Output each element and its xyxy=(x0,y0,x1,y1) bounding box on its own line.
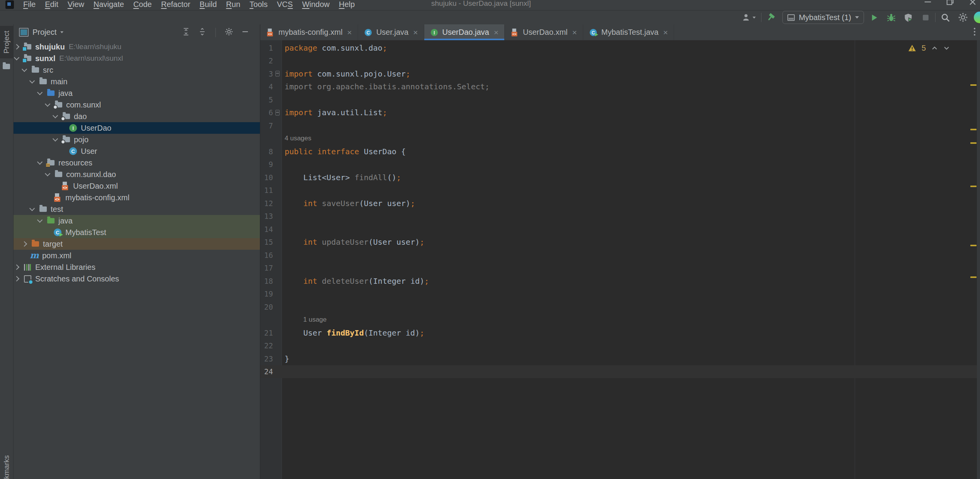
menu-bar: FileEditViewNavigateCodeRefactorBuildRun… xyxy=(0,0,980,10)
menu-item-edit[interactable]: Edit xyxy=(40,0,63,10)
warning-stripe-mark[interactable] xyxy=(970,186,977,187)
tree-item-java[interactable]: java xyxy=(14,215,260,227)
tree-item-com-sunxl[interactable]: com.sunxl xyxy=(14,99,260,111)
chevron-down-icon[interactable] xyxy=(53,113,58,118)
panel-settings-gear-icon[interactable] xyxy=(225,28,233,37)
tab-close-icon[interactable]: × xyxy=(494,28,499,36)
chevron-down-icon[interactable] xyxy=(60,31,63,33)
warning-stripe-mark[interactable] xyxy=(970,84,977,86)
ide-logo-icon[interactable] xyxy=(5,0,14,9)
maximize-icon[interactable] xyxy=(946,0,954,6)
tree-item-userdao[interactable]: UserDao xyxy=(14,122,260,134)
chevron-down-icon[interactable] xyxy=(37,217,43,223)
menu-item-help[interactable]: Help xyxy=(334,0,359,10)
tree-item-resources[interactable]: resources xyxy=(14,157,260,169)
chevron-down-icon[interactable] xyxy=(37,90,43,95)
warning-stripe-mark[interactable] xyxy=(970,276,977,278)
chevron-down-icon[interactable] xyxy=(29,78,35,84)
project-panel-title[interactable]: Project xyxy=(32,28,56,37)
tree-item-sunxl[interactable]: sunxlE:\learn\sunxl\sunxl xyxy=(14,53,260,64)
tree-item-target[interactable]: target xyxy=(14,238,260,250)
tree-item-userdao-xml[interactable]: UserDao.xml xyxy=(14,180,260,192)
project-view-icon xyxy=(19,28,29,37)
tree-item-src[interactable]: src xyxy=(14,64,260,76)
warning-stripe-mark[interactable] xyxy=(970,245,977,246)
usage-inlay-hint[interactable]: 4 usages xyxy=(260,132,969,145)
stripe-button-project[interactable]: Project xyxy=(0,26,13,58)
chevron-down-icon[interactable] xyxy=(45,101,50,107)
menu-item-tools[interactable]: Tools xyxy=(245,0,272,10)
tree-item-dao[interactable]: dao xyxy=(14,111,260,122)
tree-item-label: main xyxy=(51,77,67,86)
chevron-down-icon[interactable] xyxy=(22,66,27,72)
tab-mybatistest-java[interactable]: MybatisTest.java× xyxy=(583,24,674,40)
tree-item-main[interactable]: main xyxy=(14,76,260,87)
tree-item-mybatistest[interactable]: MybatisTest xyxy=(14,227,260,238)
tree-item-java[interactable]: java xyxy=(14,87,260,99)
profile-icon[interactable] xyxy=(742,13,756,22)
error-stripe-scrollbar[interactable] xyxy=(969,40,980,479)
fold-marker-icon[interactable] xyxy=(275,110,280,116)
expand-all-icon[interactable] xyxy=(182,28,190,37)
chevron-right-icon[interactable] xyxy=(14,276,19,281)
menu-item-run[interactable]: Run xyxy=(222,0,245,10)
menu-item-navigate[interactable]: Navigate xyxy=(89,0,129,10)
tree-item-pojo[interactable]: pojo xyxy=(14,134,260,145)
stripe-button-bookmarks[interactable]: Bookmarks xyxy=(0,450,13,479)
tree-item-scratches-and-consoles[interactable]: Scratches and Consoles xyxy=(14,273,260,285)
search-everywhere-icon[interactable] xyxy=(941,13,950,22)
line-number: 21 xyxy=(260,329,273,337)
tab-options-kebab-icon[interactable] xyxy=(973,27,976,38)
tree-item-mybatis-config-xml[interactable]: mybatis-config.xml xyxy=(14,192,260,203)
menu-item-vcs[interactable]: VCS xyxy=(272,0,297,10)
chevron-down-icon[interactable] xyxy=(14,55,19,60)
chevron-right-icon[interactable] xyxy=(22,241,27,247)
chevron-down-icon[interactable] xyxy=(53,136,58,141)
run-button[interactable] xyxy=(870,14,878,22)
run-configuration-select[interactable]: MybatisTest (1) xyxy=(782,11,864,24)
inspections-widget[interactable]: 5 xyxy=(908,44,950,53)
tab-close-icon[interactable]: × xyxy=(347,28,352,36)
menu-item-view[interactable]: View xyxy=(63,0,89,10)
tree-item-com-sunxl-dao[interactable]: com.sunxl.dao xyxy=(14,169,260,180)
hide-panel-icon[interactable] xyxy=(241,28,249,37)
chevron-down-icon[interactable] xyxy=(37,159,43,165)
warning-stripe-mark[interactable] xyxy=(970,129,977,130)
fold-marker-icon[interactable] xyxy=(275,71,280,77)
tree-item-external-libraries[interactable]: External Libraries xyxy=(14,261,260,273)
tree-item-user[interactable]: User xyxy=(14,145,260,157)
menu-item-refactor[interactable]: Refactor xyxy=(156,0,195,10)
tab-close-icon[interactable]: × xyxy=(413,28,418,36)
chevron-down-icon[interactable] xyxy=(45,171,50,176)
code-line-15: 15 int updateUser(User user); xyxy=(260,236,969,249)
collapse-all-icon[interactable] xyxy=(198,28,206,37)
usage-inlay-hint[interactable]: 1 usage xyxy=(260,314,969,327)
warning-stripe-mark[interactable] xyxy=(970,142,977,144)
chevron-right-icon[interactable] xyxy=(14,44,19,49)
build-button[interactable] xyxy=(767,13,776,22)
tree-item-test[interactable]: test xyxy=(14,203,260,215)
menu-item-window[interactable]: Window xyxy=(297,0,334,10)
code-editor[interactable]: 1package com.sunxl.dao;23import com.sunx… xyxy=(260,40,980,479)
settings-gear-icon[interactable] xyxy=(958,13,968,22)
tree-item-pom-xml[interactable]: pom.xml xyxy=(14,250,260,261)
tab-userdao-xml[interactable]: UserDao.xml× xyxy=(505,24,583,40)
close-icon[interactable] xyxy=(968,0,977,6)
minimize-icon[interactable] xyxy=(924,0,932,6)
menu-item-code[interactable]: Code xyxy=(129,0,157,10)
tab-userdao-java[interactable]: UserDao.java× xyxy=(424,24,505,40)
tab-mybatis-config-xml[interactable]: mybatis-config.xml× xyxy=(260,24,358,40)
tree-item-shujuku[interactable]: shujukuE:\learn\shujuku xyxy=(14,41,260,53)
stop-button[interactable] xyxy=(922,14,930,22)
code-with-me-icon[interactable] xyxy=(974,12,980,23)
run-with-coverage-button[interactable] xyxy=(904,13,913,22)
code-line-21: 21 User findById(Integer id); xyxy=(260,326,969,339)
tab-close-icon[interactable]: × xyxy=(663,28,668,36)
tab-user-java[interactable]: User.java× xyxy=(358,24,424,40)
debug-button[interactable] xyxy=(887,13,896,22)
menu-item-build[interactable]: Build xyxy=(195,0,221,10)
chevron-down-icon[interactable] xyxy=(29,206,35,211)
tab-close-icon[interactable]: × xyxy=(572,28,577,36)
chevron-right-icon[interactable] xyxy=(14,264,19,270)
menu-item-file[interactable]: File xyxy=(19,0,40,10)
